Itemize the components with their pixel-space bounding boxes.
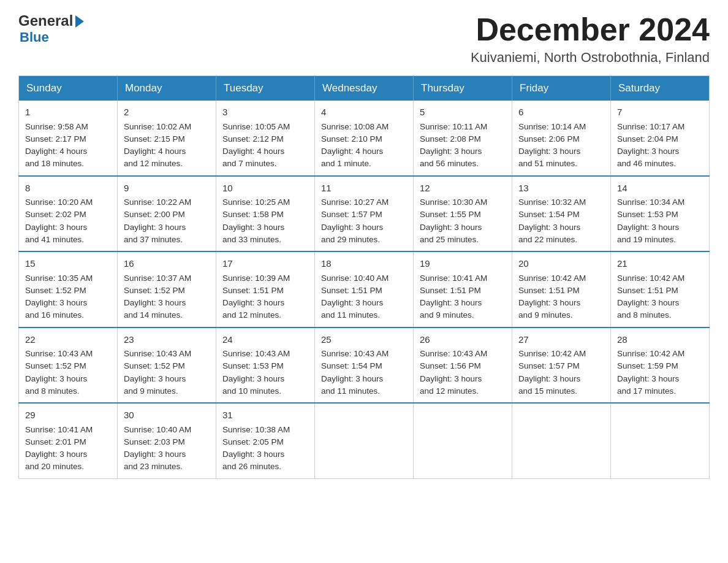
daylight-text: Daylight: 3 hours (420, 374, 482, 383)
calendar-cell: 25Sunrise: 10:43 AMSunset: 1:54 PMDaylig… (315, 327, 414, 404)
sunrise-text: Sunrise: 10:43 AM (420, 349, 487, 358)
calendar-cell: 6Sunrise: 10:14 AMSunset: 2:06 PMDayligh… (512, 101, 611, 176)
sunset-text: Sunset: 2:05 PM (222, 437, 284, 446)
daylight-text: Daylight: 3 hours (518, 374, 580, 383)
daylight-text2: and 8 minutes. (25, 386, 80, 396)
daylight-text: Daylight: 3 hours (124, 223, 186, 232)
daylight-text: Daylight: 4 hours (222, 147, 284, 156)
day-number: 12 (420, 182, 506, 196)
day-number: 1 (25, 105, 111, 120)
sunrise-text: Sunrise: 10:14 AM (518, 122, 586, 131)
sunset-text: Sunset: 1:53 PM (222, 361, 284, 370)
sunset-text: Sunset: 1:51 PM (222, 286, 284, 295)
weekday-header-friday: Friday (512, 76, 611, 101)
calendar-cell: 15Sunrise: 10:35 AMSunset: 1:52 PMDaylig… (19, 251, 118, 327)
daylight-text: Daylight: 3 hours (420, 147, 482, 156)
sunrise-text: Sunrise: 10:42 AM (617, 274, 684, 283)
calendar-cell: 1Sunrise: 9:58 AMSunset: 2:17 PMDaylight… (19, 101, 118, 176)
calendar-cell: 29Sunrise: 10:41 AMSunset: 2:01 PMDaylig… (19, 403, 118, 478)
daylight-text2: and 12 minutes. (124, 159, 183, 168)
sunset-text: Sunset: 1:51 PM (420, 286, 481, 295)
daylight-text2: and 9 minutes. (420, 310, 474, 320)
calendar-cell: 21Sunrise: 10:42 AMSunset: 1:51 PMDaylig… (611, 251, 710, 327)
daylight-text2: and 41 minutes. (25, 235, 84, 244)
sunrise-text: Sunrise: 10:37 AM (124, 274, 191, 283)
sunrise-text: Sunrise: 10:41 AM (25, 425, 93, 434)
weekday-header-sunday: Sunday (19, 76, 118, 101)
sunset-text: Sunset: 2:04 PM (617, 134, 678, 144)
daylight-text2: and 12 minutes. (222, 310, 281, 320)
daylight-text2: and 22 minutes. (518, 235, 577, 244)
calendar-week-row: 15Sunrise: 10:35 AMSunset: 1:52 PMDaylig… (19, 251, 710, 327)
daylight-text2: and 9 minutes. (124, 386, 178, 396)
sunset-text: Sunset: 2:00 PM (124, 210, 185, 219)
calendar-cell: 27Sunrise: 10:42 AMSunset: 1:57 PMDaylig… (512, 327, 611, 404)
day-number: 13 (518, 182, 604, 196)
sunset-text: Sunset: 1:52 PM (25, 361, 86, 370)
day-number: 14 (617, 182, 703, 196)
daylight-text: Daylight: 3 hours (321, 374, 383, 383)
daylight-text: Daylight: 3 hours (222, 450, 284, 459)
sunset-text: Sunset: 2:15 PM (124, 134, 185, 144)
day-number: 29 (25, 408, 111, 423)
day-number: 5 (420, 105, 506, 120)
title-area: December 2024 Kuivaniemi, North Ostrobot… (471, 12, 710, 66)
daylight-text: Daylight: 3 hours (222, 223, 284, 232)
daylight-text2: and 11 minutes. (321, 386, 380, 396)
day-number: 19 (420, 257, 506, 271)
sunrise-text: Sunrise: 10:38 AM (222, 425, 290, 434)
day-number: 3 (222, 105, 308, 120)
sunset-text: Sunset: 1:51 PM (518, 286, 580, 295)
calendar-cell: 8Sunrise: 10:20 AMSunset: 2:02 PMDayligh… (19, 176, 118, 252)
sunset-text: Sunset: 1:57 PM (518, 361, 580, 370)
daylight-text: Daylight: 3 hours (617, 374, 679, 383)
sunset-text: Sunset: 2:06 PM (518, 134, 580, 144)
daylight-text: Daylight: 3 hours (222, 374, 284, 383)
daylight-text2: and 51 minutes. (518, 159, 577, 168)
day-number: 8 (25, 182, 111, 196)
calendar-cell: 7Sunrise: 10:17 AMSunset: 2:04 PMDayligh… (611, 101, 710, 176)
daylight-text: Daylight: 3 hours (518, 223, 580, 232)
daylight-text2: and 8 minutes. (617, 310, 672, 320)
daylight-text: Daylight: 3 hours (518, 147, 580, 156)
calendar-cell: 4Sunrise: 10:08 AMSunset: 2:10 PMDayligh… (315, 101, 414, 176)
day-number: 22 (25, 333, 111, 347)
calendar-cell: 2Sunrise: 10:02 AMSunset: 2:15 PMDayligh… (118, 101, 216, 176)
sunrise-text: Sunrise: 10:25 AM (222, 197, 290, 207)
day-number: 25 (321, 333, 407, 347)
sunset-text: Sunset: 1:58 PM (222, 210, 284, 219)
sunset-text: Sunset: 1:52 PM (124, 286, 185, 295)
calendar-cell: 16Sunrise: 10:37 AMSunset: 1:52 PMDaylig… (118, 251, 216, 327)
daylight-text: Daylight: 3 hours (420, 298, 482, 307)
sunrise-text: Sunrise: 10:42 AM (518, 349, 586, 358)
daylight-text2: and 46 minutes. (617, 159, 676, 168)
daylight-text2: and 15 minutes. (518, 386, 577, 396)
daylight-text2: and 26 minutes. (222, 462, 281, 471)
page-header: General Blue December 2024 Kuivaniemi, N… (18, 12, 710, 66)
daylight-text: Daylight: 3 hours (617, 147, 679, 156)
day-number: 20 (518, 257, 604, 271)
daylight-text2: and 9 minutes. (518, 310, 573, 320)
daylight-text2: and 10 minutes. (222, 386, 281, 396)
daylight-text: Daylight: 3 hours (420, 223, 482, 232)
day-number: 16 (124, 257, 210, 271)
sunrise-text: Sunrise: 10:30 AM (420, 197, 487, 207)
sunset-text: Sunset: 2:17 PM (25, 134, 86, 144)
day-number: 21 (617, 257, 703, 271)
calendar-cell (315, 403, 414, 478)
calendar-cell (611, 403, 710, 478)
calendar-cell: 22Sunrise: 10:43 AMSunset: 1:52 PMDaylig… (19, 327, 118, 404)
daylight-text: Daylight: 3 hours (25, 374, 87, 383)
daylight-text2: and 19 minutes. (617, 235, 676, 244)
day-number: 11 (321, 182, 407, 196)
calendar-cell (414, 403, 512, 478)
daylight-text2: and 1 minute. (321, 159, 371, 168)
sunset-text: Sunset: 2:08 PM (420, 134, 481, 144)
daylight-text: Daylight: 4 hours (25, 147, 87, 156)
daylight-text2: and 20 minutes. (25, 462, 84, 471)
daylight-text: Daylight: 3 hours (25, 223, 87, 232)
sunrise-text: Sunrise: 10:41 AM (420, 274, 487, 283)
calendar-cell: 9Sunrise: 10:22 AMSunset: 2:00 PMDayligh… (118, 176, 216, 252)
sunset-text: Sunset: 2:12 PM (222, 134, 284, 144)
sunrise-text: Sunrise: 10:32 AM (518, 197, 586, 207)
